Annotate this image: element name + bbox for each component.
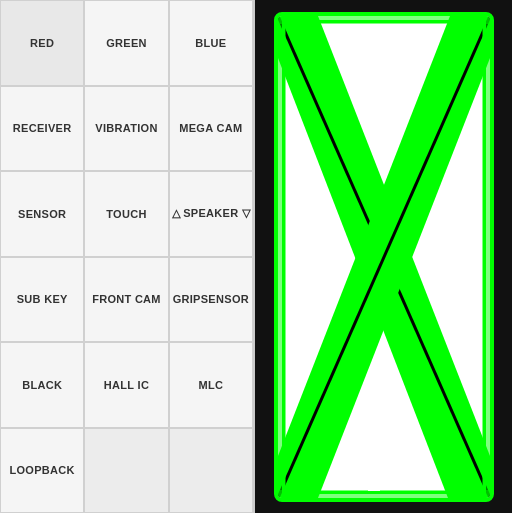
left-panel: RED GREEN BLUE RECEIVER VIBRATION MEGA C… (0, 0, 255, 513)
cell-mlc[interactable]: MLC (169, 342, 253, 428)
cell-blue[interactable]: BLUE (169, 0, 253, 86)
x-pattern-svg (278, 16, 490, 498)
cell-mega-cam-label: MEGA CAM (179, 122, 242, 134)
right-panel (255, 0, 512, 513)
cell-green[interactable]: GREEN (84, 0, 168, 86)
cell-red[interactable]: RED (0, 0, 84, 86)
svg-rect-8 (278, 490, 490, 498)
cell-mlc-label: MLC (198, 379, 223, 391)
cell-hall-ic-label: HALL IC (104, 379, 149, 391)
test-grid: RED GREEN BLUE RECEIVER VIBRATION MEGA C… (0, 0, 253, 513)
cell-hall-ic[interactable]: HALL IC (84, 342, 168, 428)
cell-receiver[interactable]: RECEIVER (0, 86, 84, 172)
cell-mega-cam[interactable]: MEGA CAM (169, 86, 253, 172)
svg-rect-11 (368, 456, 380, 464)
cell-loopback[interactable]: LOOPBACK (0, 428, 84, 514)
cell-receiver-label: RECEIVER (13, 122, 72, 134)
cell-touch-label: TOUCH (106, 208, 146, 220)
cell-red-label: RED (30, 37, 54, 49)
device-inner (278, 16, 490, 498)
svg-rect-5 (278, 16, 286, 498)
cell-blue-label: BLUE (195, 37, 226, 49)
cell-sub-key-label: SUB KEY (17, 293, 68, 305)
cell-speaker-label: △ SPEAKER ▽ (172, 207, 251, 220)
cell-loopback-label: LOOPBACK (9, 464, 74, 476)
cell-front-cam-label: FRONT CAM (92, 293, 161, 305)
cell-gripsensor[interactable]: GRIPSENSOR (169, 257, 253, 343)
svg-rect-6 (482, 16, 490, 498)
cell-sensor-label: SENSOR (18, 208, 66, 220)
cell-black[interactable]: BLACK (0, 342, 84, 428)
cell-touch[interactable]: TOUCH (84, 171, 168, 257)
svg-rect-14 (368, 486, 380, 494)
cell-front-cam[interactable]: FRONT CAM (84, 257, 168, 343)
cell-sub-key[interactable]: SUB KEY (0, 257, 84, 343)
cell-vibration-label: VIBRATION (95, 122, 157, 134)
cell-green-label: GREEN (106, 37, 147, 49)
svg-rect-9 (368, 436, 380, 444)
svg-rect-12 (368, 466, 380, 474)
svg-rect-10 (368, 446, 380, 454)
svg-rect-13 (368, 476, 380, 484)
cell-sensor[interactable]: SENSOR (0, 171, 84, 257)
svg-rect-7 (278, 16, 490, 24)
cell-speaker[interactable]: △ SPEAKER ▽ (169, 171, 253, 257)
cell-gripsensor-label: GRIPSENSOR (173, 293, 249, 305)
cell-empty-6-2 (84, 428, 168, 514)
cell-empty-6-3 (169, 428, 253, 514)
cell-black-label: BLACK (22, 379, 62, 391)
device-display (274, 12, 494, 502)
cell-vibration[interactable]: VIBRATION (84, 86, 168, 172)
